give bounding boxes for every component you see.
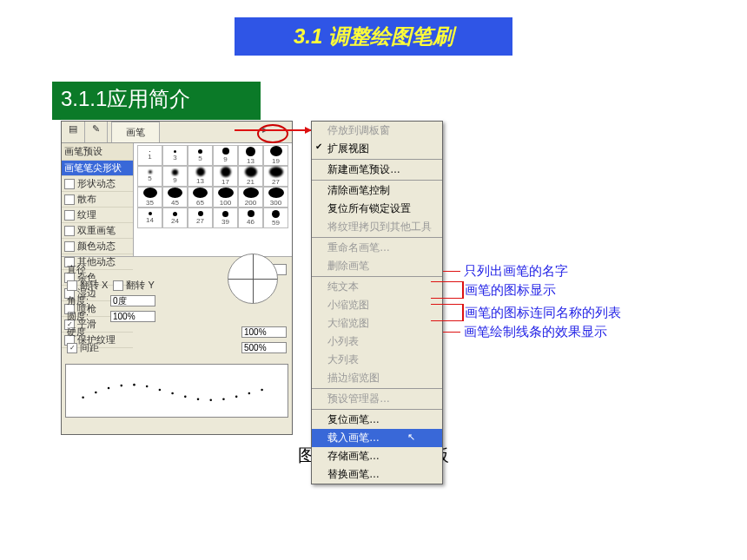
spacing-label: 间距 — [80, 341, 123, 354]
roundness-label: 圆度: — [67, 310, 110, 323]
svg-point-5 — [146, 385, 149, 388]
menu-item[interactable]: 将纹理拷贝到其他工具 — [312, 218, 442, 236]
subtitle-banner: 3.1.1应用简介 — [52, 82, 261, 120]
brush-cell[interactable]: 5 — [137, 166, 162, 187]
menu-item[interactable]: 小缩览图 — [312, 296, 442, 314]
brush-cell[interactable]: 13 — [188, 166, 213, 187]
diameter-label: 直径 — [67, 263, 110, 276]
svg-point-3 — [120, 385, 122, 387]
stroke-preview — [65, 364, 288, 418]
brush-cell[interactable]: 19 — [263, 145, 288, 166]
brush-cell[interactable]: 300 — [263, 187, 288, 208]
tab-brush[interactable]: 画笔 — [111, 122, 160, 142]
brush-cell[interactable]: 3 — [162, 145, 188, 166]
content-area: ▤ ✎ 画笔 画笔预设 画笔笔尖形状 形状动态 散布 纹理 双重画笔 颜色动态 … — [61, 121, 686, 442]
svg-point-7 — [171, 392, 174, 395]
svg-point-6 — [159, 389, 162, 392]
angle-widget[interactable] — [228, 254, 278, 304]
brush-cell[interactable]: 46 — [238, 208, 263, 228]
brush-grid[interactable]: 13591319 5913172127 354565100200300 1424… — [134, 143, 292, 256]
brush-cell[interactable]: 200 — [238, 187, 263, 208]
option-texture[interactable]: 纹理 — [62, 208, 133, 223]
anno-text-2: 画笔的图标显示 — [465, 282, 556, 299]
menu-item[interactable]: 复位所有锁定设置 — [312, 200, 442, 218]
hardness-input[interactable] — [241, 326, 287, 338]
bracket-list — [431, 304, 464, 321]
option-color-dynamics[interactable]: 颜色动态 — [62, 239, 133, 254]
brush-cell[interactable]: 35 — [137, 187, 162, 208]
menu-item[interactable]: 大缩览图 — [312, 314, 442, 333]
brush-cell[interactable]: 27 — [188, 208, 213, 228]
anno-line-1 — [443, 271, 460, 272]
spacing-input[interactable] — [241, 342, 287, 353]
roundness-input[interactable] — [110, 311, 155, 322]
brush-cell[interactable]: 24 — [162, 208, 188, 228]
menu-item[interactable]: 删除画笔 — [312, 257, 442, 275]
brush-cell[interactable]: 27 — [263, 166, 288, 187]
tab-brush-label: 画笔 — [119, 124, 152, 141]
angle-label: 角度: — [67, 294, 110, 307]
menu-item[interactable]: 替换画笔… — [312, 465, 442, 484]
svg-point-8 — [184, 396, 187, 399]
svg-point-13 — [248, 392, 251, 395]
anno-text-1: 只列出画笔的名字 — [464, 263, 568, 280]
menu-item[interactable]: 大列表 — [312, 351, 442, 369]
menu-item[interactable]: 纯文本 — [312, 278, 442, 296]
panel-tabs: ▤ ✎ 画笔 — [62, 122, 292, 143]
brush-cell[interactable]: 100 — [213, 187, 238, 208]
flip-y-check[interactable] — [113, 280, 123, 291]
flip-x-check[interactable] — [67, 280, 77, 291]
menu-item[interactable]: 重命名画笔… — [312, 239, 442, 257]
svg-point-1 — [95, 392, 97, 394]
hardness-label: 硬度 — [67, 326, 110, 339]
brush-cell[interactable]: 13 — [238, 145, 263, 166]
menu-item[interactable]: 载入画笔…↖ — [312, 429, 442, 447]
title-banner: 3.1 调整绘图笔刷 — [235, 17, 512, 56]
brush-panel: ▤ ✎ 画笔 画笔预设 画笔笔尖形状 形状动态 散布 纹理 双重画笔 颜色动态 … — [61, 121, 293, 435]
option-shape-dynamics[interactable]: 形状动态 — [62, 176, 133, 192]
arrow-to-menu — [235, 129, 311, 131]
brush-cell[interactable]: 59 — [263, 208, 288, 228]
brush-cell[interactable]: 14 — [137, 208, 162, 228]
menu-item[interactable]: 描边缩览图 — [312, 369, 442, 387]
brush-cell[interactable]: 65 — [188, 187, 213, 208]
doc-icon[interactable]: ▤ — [62, 122, 85, 142]
brush-cell[interactable]: 39 — [213, 208, 238, 228]
menu-item[interactable]: 停放到调板窗 — [312, 122, 442, 140]
brush-cell[interactable]: 17 — [213, 166, 238, 187]
svg-point-10 — [209, 399, 212, 402]
svg-point-11 — [222, 399, 225, 401]
menu-item[interactable]: 新建画笔预设… — [312, 161, 442, 179]
menu-item[interactable]: 存储画笔… — [312, 447, 442, 465]
brush-cell[interactable]: 45 — [162, 187, 188, 208]
menu-item[interactable]: 小列表 — [312, 333, 442, 351]
svg-point-4 — [133, 384, 136, 386]
menu-item[interactable]: 清除画笔控制 — [312, 181, 442, 200]
bracket-thumbnail — [431, 281, 464, 299]
anno-text-3: 画笔的图标连同名称的列表 — [465, 305, 621, 321]
menu-item[interactable]: 预设管理器… — [312, 390, 442, 408]
brush-icon[interactable]: ✎ — [85, 122, 108, 142]
brush-cell[interactable]: 5 — [188, 145, 213, 166]
spacing-check[interactable]: ✓ — [67, 343, 77, 353]
angle-input[interactable] — [110, 295, 155, 306]
flyout-menu-button[interactable] — [257, 124, 288, 143]
preset-header[interactable]: 画笔预设 — [62, 143, 133, 161]
flyout-menu: 停放到调板窗扩展视图新建画笔预设…清除画笔控制复位所有锁定设置将纹理拷贝到其他工… — [311, 121, 443, 484]
svg-point-0 — [82, 397, 84, 399]
option-dual-brush[interactable]: 双重画笔 — [62, 223, 133, 239]
svg-point-12 — [235, 396, 238, 399]
anno-line-4 — [443, 332, 460, 333]
menu-item[interactable]: 扩展视图 — [312, 140, 442, 158]
svg-point-2 — [108, 387, 110, 390]
option-tip-shape[interactable]: 画笔笔尖形状 — [62, 161, 133, 176]
brush-cell[interactable]: 9 — [213, 145, 238, 166]
menu-item[interactable]: 复位画笔… — [312, 411, 442, 429]
brush-cell[interactable]: 21 — [238, 166, 263, 187]
option-list: 画笔预设 画笔笔尖形状 形状动态 散布 纹理 双重画笔 颜色动态 其他动态 杂色… — [62, 143, 134, 256]
brush-cell[interactable]: 9 — [162, 166, 188, 187]
option-scattering[interactable]: 散布 — [62, 192, 133, 208]
brush-cell[interactable]: 1 — [137, 145, 162, 166]
svg-point-9 — [197, 399, 200, 401]
anno-text-4: 画笔绘制线条的效果显示 — [464, 324, 607, 340]
